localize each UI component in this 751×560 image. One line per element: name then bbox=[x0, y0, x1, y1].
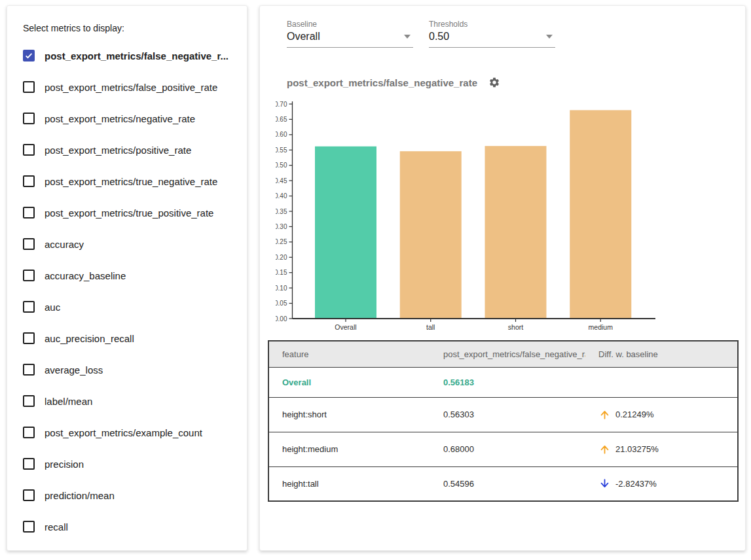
baseline-value-row[interactable]: Overall bbox=[287, 31, 413, 48]
checkbox-unchecked[interactable] bbox=[23, 521, 35, 533]
checkbox-unchecked[interactable] bbox=[23, 489, 35, 501]
thresholds-value: 0.50 bbox=[429, 31, 449, 43]
x-tick-label: tall bbox=[426, 323, 435, 331]
fairness-indicators-page: Select metrics to display: post_export_m… bbox=[0, 0, 751, 560]
checkbox-unchecked[interactable] bbox=[23, 458, 35, 470]
checkbox-unchecked[interactable] bbox=[23, 301, 35, 313]
svg-text:0.00: 0.00 bbox=[276, 315, 287, 323]
metric-checkbox-row[interactable]: precision bbox=[23, 448, 235, 480]
metric-checkbox-row[interactable]: post_export_metrics/true_positive_rate bbox=[23, 197, 235, 228]
bar-chart: 0.000.050.100.150.200.250.300.350.400.45… bbox=[276, 97, 669, 338]
metric-checkbox-row[interactable]: label/mean bbox=[23, 385, 235, 417]
metric-label: post_export_metrics/false_positive_rate bbox=[45, 82, 217, 93]
table-header-diff: Diff. w. baseline bbox=[585, 341, 738, 367]
controls-row: Baseline Overall Thresholds 0.50 bbox=[287, 20, 555, 48]
metric-checkbox-row[interactable]: average_loss bbox=[23, 354, 235, 385]
checkbox-unchecked[interactable] bbox=[23, 144, 35, 156]
metric-checkbox-row[interactable]: post_export_metrics/true_negative_rate bbox=[23, 166, 235, 197]
gear-icon[interactable] bbox=[488, 77, 500, 88]
feature-cell: height:tall bbox=[268, 466, 430, 501]
svg-text:0.25: 0.25 bbox=[276, 238, 287, 245]
svg-text:0.10: 0.10 bbox=[276, 285, 287, 292]
svg-text:0.35: 0.35 bbox=[276, 208, 287, 215]
up-arrow-icon bbox=[598, 408, 611, 421]
metrics-list: post_export_metrics/false_negative_r...p… bbox=[23, 40, 235, 542]
diff-indicator: 21.03275% bbox=[598, 443, 732, 455]
checkbox-unchecked[interactable] bbox=[23, 332, 35, 344]
svg-text:0.05: 0.05 bbox=[276, 300, 287, 307]
x-tick-label: short bbox=[508, 323, 523, 331]
table-row: height:short0.563030.21249% bbox=[268, 397, 738, 432]
caret-down-icon bbox=[404, 35, 411, 39]
checkbox-unchecked[interactable] bbox=[23, 81, 35, 93]
chart-title: post_export_metrics/false_negative_rate bbox=[287, 77, 477, 88]
checkbox-unchecked[interactable] bbox=[23, 207, 35, 219]
metric-label: post_export_metrics/true_positive_rate bbox=[45, 207, 213, 219]
checkbox-unchecked[interactable] bbox=[23, 395, 35, 407]
svg-text:0.50: 0.50 bbox=[276, 162, 287, 169]
x-tick-label: Overall bbox=[335, 323, 356, 331]
thresholds-label: Thresholds bbox=[429, 20, 555, 29]
value-cell: 0.56183 bbox=[430, 367, 585, 397]
metric-label: post_export_metrics/negative_rate bbox=[45, 113, 195, 124]
checkbox-checked[interactable] bbox=[23, 50, 35, 61]
checkbox-unchecked[interactable] bbox=[23, 113, 35, 124]
svg-text:0.45: 0.45 bbox=[276, 177, 287, 184]
baseline-select[interactable]: Baseline Overall bbox=[287, 20, 413, 48]
metric-label: post_export_metrics/example_count bbox=[45, 427, 202, 438]
bar-short[interactable] bbox=[485, 146, 547, 319]
thresholds-value-row[interactable]: 0.50 bbox=[429, 31, 555, 48]
feature-cell: height:short bbox=[268, 397, 430, 432]
metric-checkbox-row[interactable]: post_export_metrics/positive_rate bbox=[23, 134, 235, 166]
metric-label: post_export_metrics/positive_rate bbox=[45, 145, 191, 156]
checkmark-icon bbox=[24, 51, 33, 60]
bar-medium[interactable] bbox=[570, 110, 631, 319]
checkbox-unchecked[interactable] bbox=[23, 427, 35, 438]
svg-text:0.15: 0.15 bbox=[276, 269, 287, 276]
metric-checkbox-row[interactable]: accuracy_baseline bbox=[23, 260, 235, 291]
metric-label: recall bbox=[45, 521, 68, 533]
metric-label: prediction/mean bbox=[45, 490, 115, 501]
metric-checkbox-row[interactable]: auc bbox=[23, 291, 235, 323]
checkbox-unchecked[interactable] bbox=[23, 175, 35, 187]
diff-cell: 21.03275% bbox=[585, 432, 738, 466]
metric-checkbox-row[interactable]: post_export_metrics/false_positive_rate bbox=[23, 71, 235, 103]
caret-down-icon bbox=[546, 35, 553, 39]
metric-checkbox-row[interactable]: post_export_metrics/false_negative_r... bbox=[23, 40, 235, 71]
bar-tall[interactable] bbox=[400, 151, 462, 319]
diff-value: -2.82437% bbox=[615, 479, 657, 489]
table-header-metric: post_export_metrics/false_negative_rat..… bbox=[430, 341, 585, 367]
metric-checkbox-row[interactable]: auc_precision_recall bbox=[23, 323, 235, 354]
metric-label: post_export_metrics/true_negative_rate bbox=[45, 176, 217, 187]
svg-text:0.40: 0.40 bbox=[276, 192, 287, 200]
table-header-row: feature post_export_metrics/false_negati… bbox=[268, 341, 738, 367]
checkbox-unchecked[interactable] bbox=[23, 238, 35, 250]
metric-checkbox-row[interactable]: accuracy bbox=[23, 228, 235, 260]
diff-cell bbox=[585, 367, 738, 397]
feature-cell: Overall bbox=[268, 367, 430, 397]
table-row: height:tall0.54596-2.82437% bbox=[268, 466, 738, 501]
metric-checkbox-row[interactable]: prediction/mean bbox=[23, 480, 235, 511]
diff-indicator: 0.21249% bbox=[598, 408, 732, 421]
diff-value: 21.03275% bbox=[615, 444, 659, 454]
x-tick-label: medium bbox=[589, 323, 614, 331]
metric-label: post_export_metrics/false_negative_r... bbox=[45, 50, 229, 61]
checkbox-unchecked[interactable] bbox=[23, 270, 35, 281]
table-row: Overall0.56183 bbox=[268, 367, 738, 397]
metric-checkbox-row[interactable]: post_export_metrics/negative_rate bbox=[23, 103, 235, 134]
metric-checkbox-row[interactable]: post_export_metrics/example_count bbox=[23, 417, 235, 448]
metric-selection-panel: Select metrics to display: post_export_m… bbox=[7, 5, 247, 551]
checkbox-unchecked[interactable] bbox=[23, 364, 35, 376]
diff-indicator: -2.82437% bbox=[598, 478, 732, 490]
chart-header: post_export_metrics/false_negative_rate bbox=[287, 77, 500, 88]
value-cell: 0.54596 bbox=[430, 466, 585, 501]
diff-cell: -2.82437% bbox=[585, 466, 738, 501]
results-panel: Baseline Overall Thresholds 0.50 post_ex… bbox=[259, 5, 746, 551]
metric-checkbox-row[interactable]: recall bbox=[23, 511, 235, 542]
svg-text:0.55: 0.55 bbox=[276, 147, 287, 154]
thresholds-select[interactable]: Thresholds 0.50 bbox=[429, 20, 555, 48]
metric-selection-inner: Select metrics to display: post_export_m… bbox=[7, 6, 247, 549]
bar-overall[interactable] bbox=[315, 147, 376, 319]
metric-label: auc_precision_recall bbox=[45, 333, 134, 344]
svg-text:0.60: 0.60 bbox=[276, 131, 287, 138]
